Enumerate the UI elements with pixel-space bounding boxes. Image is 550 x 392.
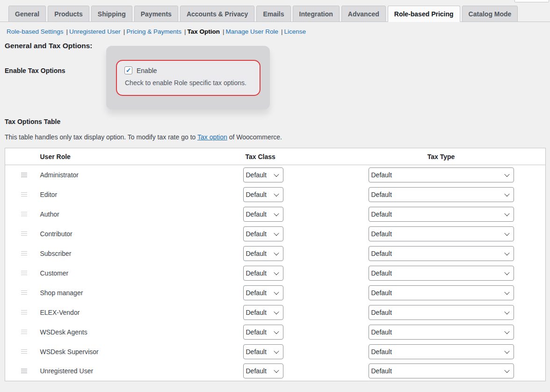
tax-class-value: Default bbox=[246, 230, 267, 238]
tax-type-select[interactable]: Default bbox=[369, 266, 514, 281]
tab-products[interactable]: Products bbox=[48, 6, 89, 22]
tax-type-select[interactable]: Default bbox=[369, 246, 514, 261]
tax-class-select[interactable]: Default bbox=[243, 187, 283, 202]
subnav-link-tax-option[interactable]: Tax Option bbox=[187, 28, 220, 35]
tax-class-select[interactable]: Default bbox=[243, 266, 283, 281]
tax-type-value: Default bbox=[371, 250, 392, 257]
tax-type-value: Default bbox=[371, 230, 392, 238]
woocommerce-settings-page: GeneralProductsShippingPaymentsAccounts … bbox=[0, 0, 550, 392]
tab-role-based-pricing[interactable]: Role-based Pricing bbox=[388, 6, 460, 22]
tax-class-cell: Default bbox=[243, 303, 369, 322]
tax-class-select[interactable]: Default bbox=[243, 305, 283, 320]
tax-class-value: Default bbox=[246, 289, 267, 297]
chevron-down-icon bbox=[274, 211, 279, 216]
chevron-down-icon bbox=[274, 368, 279, 373]
subnav-link-manage-user-role[interactable]: Manage User Role bbox=[225, 28, 278, 35]
tax-type-cell: Default bbox=[369, 204, 546, 224]
enable-description: Check to enable Role specific tax option… bbox=[125, 79, 252, 87]
drag-handle-icon[interactable] bbox=[21, 330, 27, 334]
subnav-item: Tax Option| bbox=[187, 28, 225, 35]
tax-type-select[interactable]: Default bbox=[369, 207, 514, 222]
tax-type-value: Default bbox=[371, 309, 392, 316]
tax-class-select[interactable]: Default bbox=[243, 167, 283, 182]
tax-type-select[interactable]: Default bbox=[369, 285, 514, 300]
subnav-link-license[interactable]: License bbox=[284, 28, 306, 35]
enable-checkbox-row[interactable]: ✓ Enable bbox=[124, 66, 252, 74]
tax-type-select[interactable]: Default bbox=[369, 187, 514, 202]
chevron-down-icon bbox=[504, 211, 509, 216]
tax-class-cell: Default bbox=[243, 224, 369, 244]
tax-type-select[interactable]: Default bbox=[369, 167, 514, 182]
tax-type-cell: Default bbox=[369, 322, 546, 342]
tab-accounts-privacy[interactable]: Accounts & Privacy bbox=[180, 6, 255, 22]
tab-shipping[interactable]: Shipping bbox=[91, 6, 132, 22]
chevron-down-icon bbox=[274, 172, 279, 177]
tax-class-select[interactable]: Default bbox=[243, 207, 283, 222]
tax-class-select[interactable]: Default bbox=[243, 226, 283, 241]
tax-type-value: Default bbox=[371, 269, 392, 277]
tab-integration[interactable]: Integration bbox=[293, 6, 340, 22]
user-role-cell: Unregistered User bbox=[33, 362, 243, 381]
tab-catalog-mode[interactable]: Catalog Mode bbox=[462, 6, 518, 22]
chevron-down-icon bbox=[504, 172, 509, 177]
tab-emails[interactable]: Emails bbox=[256, 6, 290, 22]
chevron-down-icon bbox=[504, 348, 509, 353]
subnav-separator: | bbox=[220, 28, 226, 35]
tax-class-cell: Default bbox=[243, 322, 369, 342]
drag-handle-icon[interactable] bbox=[21, 369, 27, 373]
tax-type-select[interactable]: Default bbox=[369, 344, 514, 359]
subnav-separator: | bbox=[64, 28, 70, 35]
drag-handle-icon[interactable] bbox=[21, 192, 27, 197]
tax-class-select[interactable]: Default bbox=[243, 363, 283, 378]
chevron-down-icon bbox=[504, 309, 509, 314]
chevron-down-icon bbox=[504, 368, 509, 373]
subnav-item: Pricing & Payments| bbox=[126, 28, 187, 35]
table-row: ContributorDefaultDefault bbox=[5, 224, 546, 244]
tab-general[interactable]: General bbox=[8, 6, 46, 22]
tax-option-link[interactable]: Tax option bbox=[197, 133, 227, 141]
drag-handle-icon[interactable] bbox=[21, 349, 27, 354]
drag-handle-icon[interactable] bbox=[21, 173, 27, 177]
chevron-down-icon bbox=[274, 348, 279, 353]
tax-type-select[interactable]: Default bbox=[369, 226, 514, 241]
tax-class-value: Default bbox=[246, 367, 267, 375]
tax-class-value: Default bbox=[246, 328, 267, 336]
section-subnav: Role-based Settings|Unregistered User|Pr… bbox=[7, 28, 550, 35]
drag-handle-icon[interactable] bbox=[21, 212, 27, 217]
drag-handle-cell bbox=[5, 362, 33, 381]
enable-checkbox[interactable]: ✓ bbox=[124, 66, 132, 74]
tax-type-value: Default bbox=[371, 191, 392, 198]
drag-handle-icon[interactable] bbox=[21, 310, 27, 315]
tax-type-value: Default bbox=[371, 289, 392, 297]
subnav-item: Role-based Settings| bbox=[7, 28, 69, 35]
help-panel-tab[interactable] bbox=[514, 0, 549, 2]
drag-handle-cell bbox=[5, 303, 33, 322]
tab-advanced[interactable]: Advanced bbox=[341, 6, 386, 22]
subnav-link-role-based-settings[interactable]: Role-based Settings bbox=[7, 28, 64, 35]
tax-class-cell: Default bbox=[243, 362, 369, 381]
tax-class-select[interactable]: Default bbox=[243, 344, 283, 359]
tax-class-cell: Default bbox=[243, 204, 369, 224]
drag-handle-icon[interactable] bbox=[21, 232, 27, 236]
drag-handle-column-header bbox=[5, 148, 33, 165]
drag-handle-icon[interactable] bbox=[21, 271, 27, 276]
tax-type-select[interactable]: Default bbox=[369, 325, 514, 340]
table-row: ELEX-VendorDefaultDefault bbox=[5, 303, 546, 322]
subnav-separator: | bbox=[121, 28, 127, 35]
subnav-link-pricing-payments[interactable]: Pricing & Payments bbox=[126, 28, 181, 35]
tax-type-column-header: Tax Type bbox=[369, 148, 546, 165]
tax-type-select[interactable]: Default bbox=[369, 305, 514, 320]
tax-type-value: Default bbox=[371, 367, 392, 375]
subnav-link-unregistered-user[interactable]: Unregistered User bbox=[69, 28, 121, 35]
drag-handle-icon[interactable] bbox=[21, 290, 27, 295]
chevron-down-icon bbox=[504, 269, 509, 275]
tax-class-select[interactable]: Default bbox=[243, 285, 283, 300]
tax-class-cell: Default bbox=[243, 165, 369, 185]
tax-type-value: Default bbox=[371, 328, 392, 336]
tax-type-select[interactable]: Default bbox=[369, 363, 514, 378]
user-role-cell: Contributor bbox=[33, 224, 243, 244]
drag-handle-icon[interactable] bbox=[21, 251, 27, 256]
tab-payments[interactable]: Payments bbox=[134, 6, 178, 22]
tax-class-select[interactable]: Default bbox=[243, 325, 283, 340]
tax-class-select[interactable]: Default bbox=[243, 246, 283, 261]
